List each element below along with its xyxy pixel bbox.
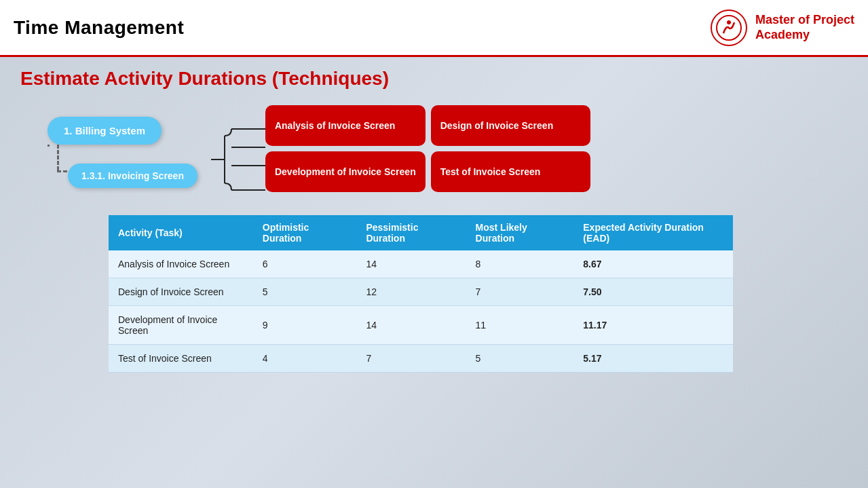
cell-optimistic: 9 xyxy=(253,306,357,345)
cell-most-likely: 5 xyxy=(466,345,574,373)
cell-optimistic: 4 xyxy=(253,345,357,373)
section-title: Estimate Activity Durations (Techniques) xyxy=(20,68,848,90)
table-row: Design of Invoice Screen51277.50 xyxy=(109,278,733,306)
cell-most-likely: 8 xyxy=(466,250,574,278)
task-box-analysis: Analysis of Invoice Screen xyxy=(265,105,426,146)
table-row: Test of Invoice Screen4755.17 xyxy=(109,345,733,373)
cell-ead: 5.17 xyxy=(573,345,733,373)
table-header-row: Activity (Task) Optimistic Duration Pess… xyxy=(109,215,733,250)
table-row: Development of Invoice Screen9141111.17 xyxy=(109,306,733,345)
logo-main: Master of Project xyxy=(755,13,854,28)
cell-pessimistic: 14 xyxy=(356,250,466,278)
col-header-pessimistic: Pessimistic Duration xyxy=(356,215,466,250)
header: Time Management Master of Project Academ… xyxy=(0,0,868,57)
task-box-development: Development of Invoice Screen xyxy=(265,151,426,192)
cell-activity: Analysis of Invoice Screen xyxy=(109,250,253,278)
cell-activity: Test of Invoice Screen xyxy=(109,345,253,373)
cell-pessimistic: 12 xyxy=(356,278,466,306)
col-header-most-likely: Most Likely Duration xyxy=(466,215,574,250)
logo-icon xyxy=(711,10,747,46)
cell-optimistic: 6 xyxy=(253,250,357,278)
cell-most-likely: 7 xyxy=(466,278,574,306)
task-boxes-grid: Analysis of Invoice Screen Design of Inv… xyxy=(265,105,590,192)
cell-most-likely: 11 xyxy=(466,306,574,345)
cell-pessimistic: 7 xyxy=(356,345,466,373)
wbs-diagram: 1. Billing System 1.3.1. Invoicing Scree… xyxy=(20,102,590,200)
cell-ead: 7.50 xyxy=(573,278,733,306)
table-row: Analysis of Invoice Screen61488.67 xyxy=(109,250,733,278)
col-header-optimistic: Optimistic Duration xyxy=(253,215,357,250)
cell-ead: 11.17 xyxy=(573,306,733,345)
cell-pessimistic: 14 xyxy=(356,306,466,345)
cell-activity: Development of Invoice Screen xyxy=(109,306,253,345)
task-box-design: Design of Invoice Screen xyxy=(431,105,591,146)
col-header-ead: Expected Activity Duration (EAD) xyxy=(573,215,733,250)
cell-ead: 8.67 xyxy=(573,250,733,278)
svg-point-1 xyxy=(727,20,731,24)
task-box-test: Test of Invoice Screen xyxy=(431,151,591,192)
billing-node: 1. Billing System xyxy=(48,117,162,145)
content-area: Time Management Master of Project Academ… xyxy=(0,0,868,488)
col-header-activity: Activity (Task) xyxy=(109,215,253,250)
page-title: Time Management xyxy=(14,17,184,39)
duration-table: Activity (Task) Optimistic Duration Pess… xyxy=(109,215,733,373)
logo-text: Master of Project Academy xyxy=(755,13,854,42)
cell-optimistic: 5 xyxy=(253,278,357,306)
invoicing-node: 1.3.1. Invoicing Screen xyxy=(68,164,197,188)
logo-sub: Academy xyxy=(755,28,854,43)
bracket-connector xyxy=(211,122,265,197)
cell-activity: Design of Invoice Screen xyxy=(109,278,253,306)
logo-area: Master of Project Academy xyxy=(711,10,854,46)
table-container: Activity (Task) Optimistic Duration Pess… xyxy=(20,215,848,373)
main-content: Estimate Activity Durations (Techniques)… xyxy=(0,57,868,379)
